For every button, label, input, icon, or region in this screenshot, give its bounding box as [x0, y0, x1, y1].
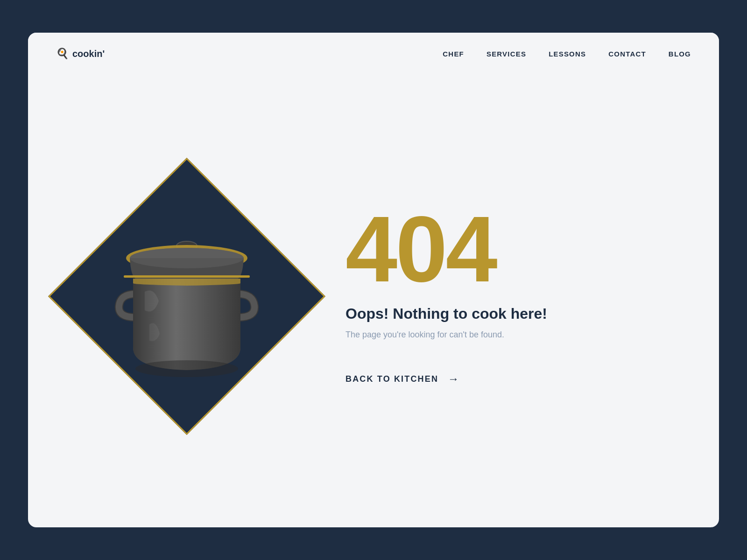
browser-frame: 🍳 cookin' CHEF SERVICES LESSONS CONTACT …: [28, 33, 719, 527]
error-title: Oops! Nothing to cook here!: [345, 305, 691, 322]
back-to-kitchen-label: BACK TO KITCHEN: [345, 374, 438, 384]
svg-rect-5: [124, 275, 250, 278]
illustration-section: [56, 166, 317, 427]
pot-svg: [107, 208, 266, 385]
logo-text: cookin': [72, 49, 105, 59]
error-code: 404: [345, 207, 691, 291]
svg-point-6: [135, 360, 238, 377]
nav-item-lessons[interactable]: LESSONS: [549, 50, 586, 58]
header: 🍳 cookin' CHEF SERVICES LESSONS CONTACT …: [28, 33, 719, 75]
logo-link[interactable]: 🍳 cookin': [56, 48, 105, 60]
nav-item-contact[interactable]: CONTACT: [608, 50, 646, 58]
chef-hat-icon: 🍳: [56, 48, 69, 60]
nav-item-blog[interactable]: BLOG: [669, 50, 691, 58]
nav-item-chef[interactable]: CHEF: [443, 50, 464, 58]
svg-point-4: [130, 248, 244, 268]
pot-illustration: [98, 203, 275, 390]
main-content: 404 Oops! Nothing to cook here! The page…: [28, 75, 719, 527]
error-description: The page you're looking for can't be fou…: [345, 330, 691, 340]
error-section: 404 Oops! Nothing to cook here! The page…: [317, 207, 691, 385]
nav-item-services[interactable]: SERVICES: [486, 50, 526, 58]
arrow-right-icon: →: [448, 372, 460, 385]
back-to-kitchen-link[interactable]: BACK TO KITCHEN →: [345, 372, 691, 385]
main-nav: CHEF SERVICES LESSONS CONTACT BLOG: [443, 50, 691, 58]
